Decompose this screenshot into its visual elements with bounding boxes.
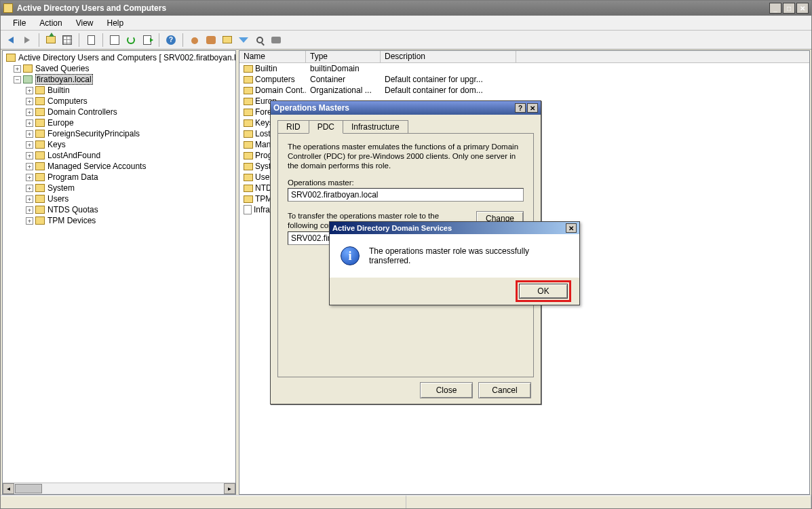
forward-button[interactable] — [20, 33, 35, 48]
tree-node-label[interactable]: Computers — [47, 96, 88, 106]
tree-node[interactable]: +System — [4, 183, 234, 193]
list-row[interactable]: BuiltinbuiltinDomain — [239, 63, 809, 74]
tree-node[interactable]: +ForeignSecurityPrincipals — [4, 128, 234, 139]
expander-icon[interactable]: + — [26, 217, 33, 225]
tree-node-label[interactable]: Builtin — [47, 86, 70, 95]
tree-node[interactable]: +LostAndFound — [4, 150, 234, 161]
tree-node[interactable]: +NTDS Quotas — [4, 204, 234, 215]
ok-button[interactable]: OK — [519, 284, 568, 299]
expander-icon[interactable]: + — [26, 109, 33, 116]
cell-type: Container — [306, 75, 381, 84]
tree-node-label[interactable]: TPM Devices — [47, 216, 96, 225]
folder-up-icon — [46, 36, 56, 43]
tree-node[interactable]: +Program Data — [4, 172, 234, 183]
tree-pane[interactable]: Active Directory Users and Computers [ S… — [2, 50, 236, 495]
tree-domain[interactable]: firatboyan.local — [35, 74, 93, 85]
tree-node-label[interactable]: Users — [47, 194, 69, 204]
menu-help[interactable]: Help — [100, 17, 131, 29]
tree-node[interactable]: +Builtin — [4, 85, 234, 96]
expander-icon[interactable]: + — [26, 206, 33, 214]
tree-horizontal-scrollbar[interactable]: ◄ ► — [3, 483, 235, 494]
expander-icon[interactable]: + — [26, 174, 33, 181]
folder-icon — [223, 36, 232, 43]
refresh-button[interactable] — [123, 33, 138, 48]
tree-node[interactable]: +Keys — [4, 139, 234, 150]
tree-node-label[interactable]: LostAndFound — [47, 151, 100, 160]
tree-node[interactable]: +Users — [4, 193, 234, 204]
tree-node-label[interactable]: ForeignSecurityPrincipals — [47, 129, 140, 138]
properties-button[interactable] — [107, 33, 122, 48]
expander-icon[interactable]: + — [26, 141, 33, 149]
tab-pdc[interactable]: PDC — [309, 120, 343, 134]
tree-saved-queries[interactable]: Saved Queries — [35, 64, 89, 73]
expander-saved-queries[interactable]: + — [14, 65, 21, 73]
folder-icon — [35, 206, 45, 214]
expander-icon[interactable]: + — [26, 163, 33, 170]
tree-node-label[interactable]: Europe — [47, 118, 74, 128]
message-box-close-button[interactable]: ✕ — [566, 223, 577, 233]
add-to-group-button[interactable] — [269, 33, 284, 48]
column-type[interactable]: Type — [306, 51, 381, 62]
help-button[interactable]: ? — [163, 33, 178, 48]
ops-master-label: Operations master: — [288, 178, 524, 187]
folder-icon — [23, 64, 33, 73]
new-group-button[interactable] — [204, 33, 218, 48]
menu-view[interactable]: View — [69, 17, 100, 29]
tree-node[interactable]: +Managed Service Accounts — [4, 161, 234, 172]
tree-node-label[interactable]: Program Data — [47, 172, 98, 182]
new-user-button[interactable] — [187, 33, 202, 48]
scroll-right-button[interactable]: ► — [224, 483, 235, 494]
tab-rid[interactable]: RID — [277, 120, 309, 133]
tree-node[interactable]: +Europe — [4, 117, 234, 128]
column-name[interactable]: Name — [239, 51, 306, 62]
scroll-left-button[interactable]: ◄ — [3, 483, 14, 494]
menu-file[interactable]: File — [6, 17, 33, 29]
expander-icon[interactable]: + — [26, 98, 33, 105]
back-button[interactable] — [3, 33, 18, 48]
tree-node[interactable]: +TPM Devices — [4, 215, 234, 226]
tree-node-label[interactable]: Managed Service Accounts — [47, 162, 146, 171]
filter-button[interactable] — [236, 33, 251, 48]
message-box-title: Active Directory Domain Services — [332, 224, 564, 232]
expander-icon[interactable]: + — [26, 152, 33, 159]
expander-icon[interactable]: + — [26, 119, 33, 127]
list-row[interactable]: ComputersContainerDefault container for … — [239, 74, 809, 85]
grid-icon — [62, 35, 72, 45]
new-ou-button[interactable] — [220, 33, 235, 48]
column-description[interactable]: Description — [381, 51, 516, 62]
minimize-button[interactable]: _ — [769, 3, 781, 14]
row-icon — [244, 76, 253, 83]
export-list-button[interactable] — [140, 33, 155, 48]
ops-close-footer-button[interactable]: Close — [420, 382, 473, 398]
main-titlebar[interactable]: Active Directory Users and Computers _ □… — [1, 1, 811, 16]
expander-icon[interactable]: + — [26, 87, 33, 94]
tree-root[interactable]: Active Directory Users and Computers [ S… — [18, 53, 236, 62]
tree-node[interactable]: +Computers — [4, 96, 234, 107]
ops-cancel-button[interactable]: Cancel — [478, 382, 531, 398]
search-icon — [256, 37, 263, 43]
ops-help-button[interactable]: ? — [515, 103, 526, 113]
tree-node-label[interactable]: Domain Controllers — [47, 107, 117, 117]
tree-node-label[interactable]: System — [47, 183, 75, 193]
message-box-titlebar[interactable]: Active Directory Domain Services ✕ — [330, 222, 579, 234]
ops-dialog-titlebar[interactable]: Operations Masters ? ✕ — [271, 101, 541, 115]
list-row[interactable]: Domain Cont...Organizational ...Default … — [239, 85, 809, 96]
tab-infrastructure[interactable]: Infrastructure — [343, 120, 408, 133]
show-hide-tree-button[interactable] — [60, 33, 75, 48]
up-button[interactable] — [43, 33, 58, 48]
expander-icon[interactable]: + — [26, 195, 33, 203]
tree-node-label[interactable]: NTDS Quotas — [47, 205, 98, 214]
cut-button[interactable] — [83, 33, 98, 48]
scroll-thumb[interactable] — [15, 484, 42, 493]
maximize-button[interactable]: □ — [783, 3, 795, 14]
tree-node-label[interactable]: Keys — [47, 140, 66, 149]
close-button[interactable]: ✕ — [796, 3, 809, 14]
tree-node[interactable]: +Domain Controllers — [4, 107, 234, 117]
expander-icon[interactable]: + — [26, 130, 33, 138]
expander-icon[interactable]: + — [26, 185, 33, 192]
find-button[interactable] — [252, 33, 267, 48]
row-icon — [244, 205, 252, 214]
expander-domain[interactable]: − — [14, 76, 21, 83]
ops-close-button[interactable]: ✕ — [527, 103, 538, 113]
menu-action[interactable]: Action — [33, 17, 69, 29]
